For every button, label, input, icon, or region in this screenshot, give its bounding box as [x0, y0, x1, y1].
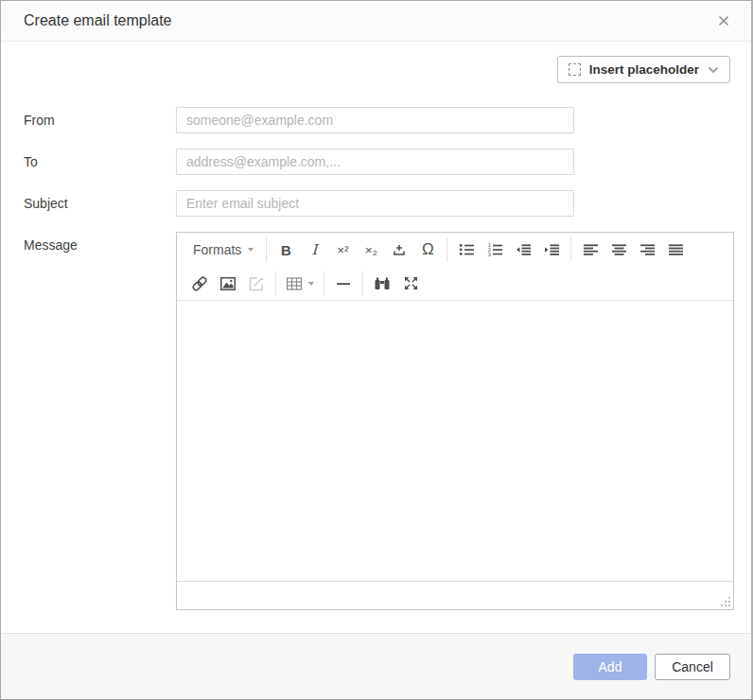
- align-right-button[interactable]: [633, 236, 661, 263]
- message-label: Message: [24, 232, 176, 610]
- superscript-icon: ×²: [337, 243, 348, 257]
- edit-pencil-icon: [248, 275, 265, 292]
- bullet-list-button[interactable]: [452, 236, 481, 263]
- toolbar-group-hr: [324, 271, 362, 296]
- fullscreen-icon: [403, 275, 419, 291]
- nonbreaking-space-button[interactable]: [385, 236, 413, 263]
- close-button[interactable]: [713, 10, 734, 31]
- resize-handle[interactable]: [721, 597, 730, 606]
- dialog-footer: Add Cancel: [1, 633, 751, 699]
- bold-button[interactable]: B: [271, 236, 300, 263]
- align-center-button[interactable]: [604, 236, 633, 263]
- subject-row: Subject: [24, 190, 751, 217]
- numbered-list-icon: 1 2 3: [487, 242, 503, 257]
- from-row: From: [24, 107, 751, 133]
- justify-icon: [668, 242, 684, 257]
- edit-button[interactable]: [242, 271, 271, 297]
- to-label: To: [24, 149, 176, 175]
- outdent-icon: [516, 242, 532, 257]
- justify-button[interactable]: [661, 236, 690, 263]
- numbered-list-button[interactable]: 1 2 3: [481, 236, 509, 263]
- subject-input[interactable]: [176, 190, 574, 217]
- special-character-button[interactable]: Ω: [413, 236, 442, 263]
- caret-down-icon: [248, 248, 254, 252]
- subject-label: Subject: [24, 190, 176, 217]
- message-editor: Formats B I ×² ×₂: [176, 232, 734, 610]
- svg-text:3: 3: [488, 252, 491, 257]
- from-label: From: [24, 107, 176, 133]
- formats-dropdown[interactable]: Formats: [185, 236, 261, 263]
- superscript-button[interactable]: ×²: [328, 236, 357, 263]
- editor-toolbar-row2: [177, 267, 733, 301]
- insert-link-button[interactable]: [185, 271, 214, 297]
- to-input[interactable]: [176, 149, 574, 175]
- omega-icon: Ω: [422, 240, 434, 259]
- link-icon: [191, 275, 208, 292]
- toolbar-group-align: [570, 237, 694, 262]
- toolbar-group-table: [275, 271, 324, 296]
- toolbar-group-insert: [181, 271, 275, 296]
- message-row: Message Formats B I ×² ×₂: [24, 232, 751, 610]
- subscript-button[interactable]: ×₂: [357, 236, 385, 263]
- from-input[interactable]: [176, 107, 574, 133]
- fullscreen-button[interactable]: [396, 271, 425, 297]
- close-icon: [718, 15, 729, 26]
- caret-down-icon: [308, 282, 314, 286]
- formats-label: Formats: [193, 242, 241, 257]
- create-email-template-dialog: Create email template Insert placeholder: [0, 0, 753, 700]
- horizontal-rule-button[interactable]: [329, 271, 358, 297]
- editor-content[interactable]: [177, 301, 733, 581]
- decrease-indent-button[interactable]: [509, 236, 537, 263]
- table-icon: [286, 276, 303, 291]
- toolbar-group-tools: [362, 271, 429, 296]
- chevron-down-icon: [708, 66, 719, 74]
- editor-statusbar: [177, 581, 733, 609]
- table-button[interactable]: [281, 271, 319, 297]
- to-row: To: [24, 149, 751, 175]
- subscript-icon: ×₂: [365, 243, 377, 257]
- toolbar-group-inline: B I ×² ×₂ Ω: [266, 237, 447, 262]
- insert-image-button[interactable]: [214, 271, 242, 297]
- horizontal-rule-icon: [335, 276, 352, 291]
- editor-toolbar-row1: Formats B I ×² ×₂: [177, 233, 733, 267]
- bullet-list-icon: [459, 242, 475, 257]
- cancel-button[interactable]: Cancel: [655, 654, 730, 680]
- italic-button[interactable]: I: [300, 236, 328, 263]
- bold-icon: B: [281, 242, 291, 258]
- align-right-icon: [639, 242, 656, 257]
- binoculars-icon: [374, 276, 391, 291]
- add-button[interactable]: Add: [573, 654, 647, 680]
- increase-indent-button[interactable]: [537, 236, 566, 263]
- dialog-title: Create email template: [24, 12, 172, 29]
- find-replace-button[interactable]: [368, 271, 396, 297]
- nonbreaking-space-icon: [392, 242, 407, 257]
- dialog-header: Create email template: [1, 1, 751, 42]
- align-left-icon: [583, 242, 599, 257]
- italic-icon: I: [311, 241, 317, 258]
- image-icon: [219, 275, 236, 292]
- insert-placeholder-label: Insert placeholder: [589, 62, 699, 77]
- toolbar-group-formats: Formats: [181, 237, 266, 262]
- toolbar-group-lists: 1 2 3: [447, 237, 570, 262]
- insert-placeholder-button[interactable]: Insert placeholder: [557, 56, 730, 83]
- placeholder-token-icon: [569, 63, 581, 76]
- dialog-body: Insert placeholder From To Subject Messa…: [1, 42, 751, 610]
- insert-placeholder-row: Insert placeholder: [24, 56, 730, 83]
- align-center-icon: [611, 242, 627, 257]
- align-left-button[interactable]: [576, 236, 604, 263]
- indent-icon: [544, 242, 560, 257]
